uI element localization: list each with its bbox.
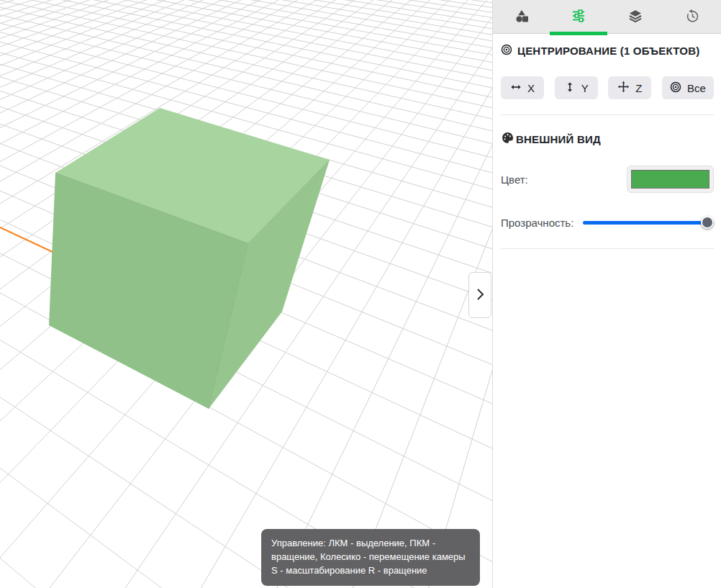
opacity-slider[interactable] [583,216,714,229]
tab-objects[interactable] [493,0,550,33]
appearance-section-title: ВНЕШНИЙ ВИД [501,131,714,147]
section-divider [501,248,714,249]
panel-collapse-button[interactable] [468,272,491,318]
color-label: Цвет: [501,173,528,186]
palette-icon [501,131,514,147]
color-swatch-value [631,170,709,189]
center-y-label: Y [581,82,589,94]
panel-body: ЦЕНТРИРОВАНИЕ (1 ОБЪЕКТОВ) X [493,44,721,249]
arrows-move-icon [617,81,630,95]
opacity-slider-thumb[interactable] [701,216,714,229]
appearance-title-text: ВНЕШНИЙ ВИД [516,133,601,145]
target-icon [501,44,512,58]
controls-tooltip: Управление: ЛКМ - выделение, ПКМ - враще… [261,529,480,586]
centering-buttons: X Y [501,76,714,99]
center-all-button[interactable]: Все [662,76,714,99]
target-icon [670,81,681,95]
opacity-label: Прозрачность: [501,217,573,229]
history-icon [684,8,700,26]
center-all-label: Все [687,82,706,94]
centering-section-title: ЦЕНТРИРОВАНИЕ (1 ОБЪЕКТОВ) [501,44,714,58]
opacity-slider-track[interactable] [583,221,714,225]
tab-history[interactable] [664,0,721,33]
properties-panel: ЦЕНТРИРОВАНИЕ (1 ОБЪЕКТОВ) X [492,0,721,588]
viewport-3d[interactable]: Управление: ЛКМ - выделение, ПКМ - враще… [0,0,492,588]
color-swatch-button[interactable] [627,166,714,193]
center-x-label: X [527,82,535,94]
sliders-icon [571,8,586,26]
arrows-vertical-icon [564,81,576,95]
shapes-icon [514,8,530,26]
layers-icon [627,8,643,26]
panel-tabbar [493,0,721,34]
section-divider [501,114,714,115]
arrows-horizontal-icon [510,81,522,95]
tab-properties[interactable] [550,0,607,33]
center-z-label: Z [635,82,642,94]
center-y-button[interactable]: Y [555,76,598,99]
chevron-right-icon [475,287,485,304]
center-x-button[interactable]: X [501,76,544,99]
centering-title-text: ЦЕНТРИРОВАНИЕ (1 ОБЪЕКТОВ) [517,45,699,57]
color-row: Цвет: [501,166,714,193]
opacity-row: Прозрачность: [501,210,714,235]
cube-object[interactable] [49,108,330,409]
tab-layers[interactable] [607,0,664,33]
center-z-button[interactable]: Z [608,76,651,99]
scene-canvas [0,0,492,588]
